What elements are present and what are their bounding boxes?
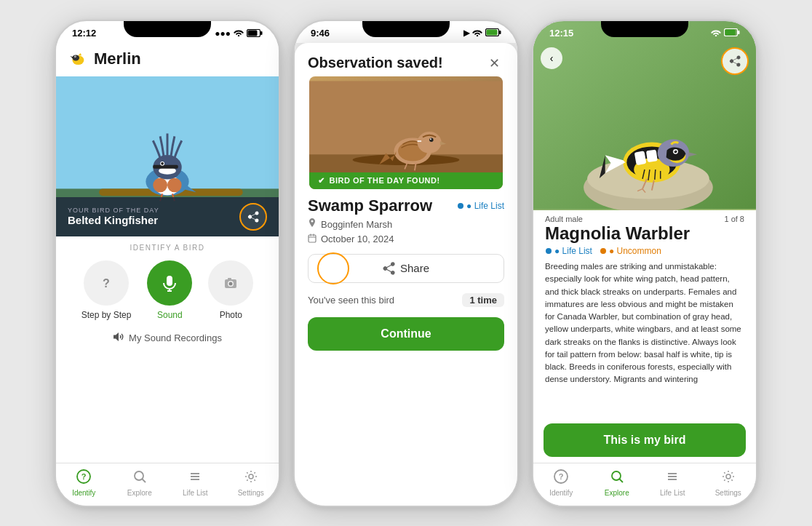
svg-point-35 [135,471,143,480]
nav-lifelist-3[interactable]: Life List [645,468,701,498]
this-is-bird-button[interactable]: This is my bird [544,423,746,457]
modal-header: Observation saved! ✕ [295,43,517,76]
nav-lifelist-1[interactable]: Life List [167,468,223,498]
share-icon-3 [729,55,741,67]
signal-icon-1: ●●● [215,28,231,39]
pin-icon [308,218,317,231]
identify-nav-icon-3: ? [554,469,568,487]
svg-rect-72 [646,149,658,162]
svg-point-15 [167,178,182,192]
svg-line-92 [619,479,623,482]
svg-point-40 [249,474,253,479]
svg-point-51 [430,138,431,140]
observation-modal: Observation saved! ✕ [295,43,517,506]
modal-close-button[interactable]: ✕ [484,53,504,73]
svg-point-55 [458,203,463,209]
svg-rect-1 [248,31,258,36]
share-button-1[interactable] [239,203,267,231]
svg-text:?: ? [559,472,564,481]
back-button[interactable]: ‹ [541,47,562,69]
svg-rect-57 [309,235,316,242]
lifelist-nav-icon-1 [188,469,202,487]
life-list-badge-text: ● Life List [554,246,592,256]
svg-line-75 [655,170,656,180]
swamp-sparrow-name: Swamp Sparrow [308,196,432,215]
bird-of-day-text: YOUR BIRD OF THE DAY Belted Kingfisher [68,207,159,226]
location-row: Bogginfen Marsh [295,217,517,232]
share-modal-button[interactable]: Share [308,254,504,283]
count-label: 1 of 8 [724,215,744,223]
svg-rect-42 [487,29,498,35]
step-by-step-button[interactable]: ? Step by Step [81,260,132,320]
nav-explore-label-3: Explore [605,489,629,497]
nav-explore-1[interactable]: Explore [112,468,168,498]
nav-settings-1[interactable]: Settings [223,468,279,498]
nav-identify-1[interactable]: ? Identify [56,468,112,498]
explore-nav-icon-1 [132,469,147,487]
nav-settings-label-3: Settings [715,489,741,497]
bird-detail-section: Adult male 1 of 8 Magnolia Warbler ● Lif… [533,210,756,506]
sound-recordings-row[interactable]: My Sound Recordings [113,326,222,347]
svg-rect-18 [153,164,178,168]
battery-icon-3 [724,28,740,39]
nav-lifelist-label-3: Life List [660,489,685,497]
back-arrow-icon: ‹ [550,52,554,64]
photo-label: Photo [220,310,242,320]
date-row: October 10, 2024 [295,232,517,247]
bird-of-day-label: YOUR BIRD OF THE DAY [68,207,159,214]
settings-nav-icon-3 [721,469,736,487]
nav-identify-3[interactable]: ? Identify [533,468,589,498]
notch-3 [601,21,688,37]
explore-nav-icon-3 [610,469,624,487]
nav-explore-3[interactable]: Explore [589,468,645,498]
photo-button[interactable]: Photo [208,260,253,320]
bird-found-label: BIRD OF THE DAY FOUND! [330,176,440,185]
observation-saved-title: Observation saved! [308,55,443,71]
identify-section: IDENTIFY A BIRD ? Step by Step [56,236,279,351]
uncommon-badge: ● Uncommon [600,246,661,256]
sound-button[interactable]: Sound [147,260,192,320]
svg-rect-63 [738,31,740,34]
microphone-icon [160,274,179,292]
seen-text: You've seen this bird [308,295,394,306]
step-by-step-icon-circle: ? [84,260,129,306]
svg-point-31 [229,282,233,285]
warbler-image: ‹ [533,21,756,210]
meta-row: Adult male 1 of 8 [533,210,756,223]
wifi-icon-3 [711,28,721,39]
svg-point-81 [674,150,676,151]
bottom-nav-3: ? Identify Explore Life List [533,463,756,506]
time-3: 12:15 [549,28,573,39]
this-is-bird-label: This is my bird [604,434,686,446]
continue-button[interactable]: Continue [308,317,504,351]
kingfisher-image: YOUR BIRD OF THE DAY Belted Kingfisher [56,76,279,236]
speaker-icon [113,332,124,344]
seen-row: You've seen this bird 1 time [295,290,517,313]
svg-rect-32 [228,278,231,280]
svg-text:?: ? [81,472,87,481]
merlin-text: Merlin [94,49,141,68]
bird-description: Breeding males are striking and unmistak… [533,260,756,417]
phone-3: 12:15 [532,20,757,507]
identify-buttons: ? Step by Step Sound [81,260,254,320]
battery-icon-2 [485,28,501,39]
nav-settings-3[interactable]: Settings [701,468,757,498]
bird-found-banner: ✔ BIRD OF THE DAY FOUND! [309,172,503,189]
share-button-3[interactable] [721,47,749,75]
location-text: Bogginfen Marsh [321,219,392,230]
adult-male-label: Adult male [545,215,583,223]
lifelist-nav-icon-3 [665,469,680,487]
svg-point-50 [429,138,434,142]
date-text: October 10, 2024 [321,234,394,244]
wifi-icon-2 [472,28,482,39]
svg-point-88 [600,248,606,254]
time-1: 12:12 [72,28,96,39]
battery-icon-1 [247,29,263,37]
life-list-text: ● Life List [466,201,504,211]
notch-2 [362,21,450,37]
bird-name-row: Magnolia Warbler [533,223,756,244]
merlin-header: Merlin [56,43,279,76]
svg-point-7 [75,56,76,57]
svg-marker-8 [78,53,81,55]
share-label: Share [400,262,429,274]
